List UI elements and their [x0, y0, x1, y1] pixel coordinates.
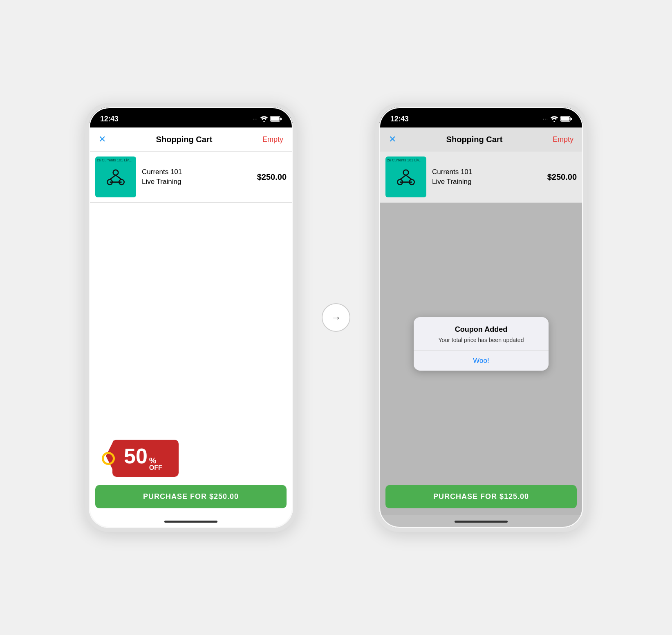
status-icons-1: ··· [253, 116, 282, 122]
svg-rect-2 [280, 118, 282, 120]
dots-icon-1: ··· [253, 116, 258, 122]
battery-icon-1 [270, 116, 282, 122]
cart-item-2: ze Currents 101 Live Traini Currents 101… [379, 151, 583, 203]
cart-item-info-1: Currents 101 Live Training [142, 167, 251, 187]
scene: 12:43 ··· ✕ Shopping Cart Empty ze Curre… [0, 0, 672, 635]
coupon-tag-1: 50 % OFF [105, 440, 179, 477]
phone-1: 12:43 ··· ✕ Shopping Cart Empty ze Curre… [85, 103, 297, 532]
status-time-1: 12:43 [100, 115, 119, 123]
side-button-mute [85, 172, 85, 197]
svg-rect-1 [271, 117, 280, 121]
status-bar-2: 12:43 ··· [379, 107, 583, 127]
purchase-button-2[interactable]: PURCHASE FOR $125.00 [385, 485, 577, 508]
status-time-2: 12:43 [390, 115, 409, 123]
side-button-vol-down-2 [375, 238, 376, 275]
side-button-mute-2 [375, 172, 376, 197]
side-button-power [296, 205, 297, 254]
alert-message: Your total price has been updated [423, 336, 539, 344]
tag-ring [102, 452, 115, 465]
status-bar-1: 12:43 ··· [89, 107, 293, 127]
app-content-2: ✕ Shopping Cart Empty ze Currents 101 Li… [379, 127, 583, 528]
cart-item-image-1: ze Currents 101 Live Traini [95, 157, 136, 197]
coupon-percent-sign: % [149, 456, 162, 465]
coupon-off: OFF [149, 465, 162, 471]
arrow-icon: → [331, 311, 341, 324]
alert-title: Coupon Added [423, 325, 539, 334]
empty-button-2[interactable]: Empty [553, 135, 573, 144]
side-button-vol-up-2 [375, 205, 376, 230]
coupon-percent: 50 [124, 445, 148, 467]
arrow-container: → [322, 303, 350, 332]
cart-item-image-label-2: ze Currents 101 Live Traini [387, 158, 425, 162]
app-content-1: ✕ Shopping Cart Empty ze Currents 101 Li… [89, 127, 293, 528]
status-icons-2: ··· [543, 116, 572, 122]
cart-item-name-1: Currents 101 Live Training [142, 167, 251, 187]
home-bar-1 [164, 521, 217, 523]
nav-bar-1: ✕ Shopping Cart Empty [89, 127, 293, 151]
nav-title-2: Shopping Cart [446, 135, 503, 144]
alert-button[interactable]: Woo! [414, 351, 549, 371]
phone-2: 12:43 ··· ✕ Shopping Cart Empty ze Curre… [375, 103, 587, 532]
notch-2 [448, 107, 514, 121]
product-icon-2 [395, 166, 417, 188]
wifi-icon-2 [551, 116, 558, 122]
cart-item-1: ze Currents 101 Live Traini Currents 101 [89, 151, 293, 203]
home-indicator-1 [89, 515, 293, 528]
nav-title-1: Shopping Cart [156, 135, 213, 144]
side-button-power-2 [587, 205, 587, 254]
svg-rect-11 [571, 118, 572, 120]
close-button-1[interactable]: ✕ [99, 134, 106, 145]
close-button-2[interactable]: ✕ [389, 134, 396, 145]
home-bar-2 [455, 521, 508, 523]
side-button-vol-down [85, 238, 85, 275]
cart-item-price-2: $250.00 [547, 172, 577, 182]
battery-icon-2 [560, 116, 572, 122]
purchase-button-1[interactable]: PURCHASE FOR $250.00 [95, 485, 287, 508]
side-button-vol-up [85, 205, 85, 230]
empty-button-1[interactable]: Empty [262, 135, 283, 144]
svg-point-3 [113, 170, 119, 175]
cart-item-image-label-1: ze Currents 101 Live Traini [97, 158, 134, 162]
content-area-1: 50 % OFF [89, 203, 293, 485]
svg-rect-10 [561, 117, 570, 121]
nav-bar-2: ✕ Shopping Cart Empty [379, 127, 583, 151]
svg-line-7 [116, 175, 121, 180]
alert-overlay: Coupon Added Your total price has been u… [379, 203, 583, 485]
notch-1 [158, 107, 224, 121]
home-indicator-2 [379, 515, 583, 528]
dots-icon-2: ··· [543, 116, 548, 122]
cart-item-price-1: $250.00 [257, 172, 287, 182]
alert-dialog: Coupon Added Your total price has been u… [414, 317, 549, 371]
content-area-2: Coupon Added Your total price has been u… [379, 203, 583, 485]
coupon-tag-visual: 50 % OFF [105, 440, 179, 477]
svg-line-16 [406, 175, 412, 180]
cart-item-info-2: Currents 101 Live Training [432, 167, 542, 187]
alert-content: Coupon Added Your total price has been u… [414, 317, 549, 351]
wifi-icon-1 [260, 116, 268, 122]
svg-point-12 [403, 170, 409, 175]
product-icon-1 [105, 166, 127, 188]
svg-line-15 [400, 175, 406, 180]
cart-item-name-2: Currents 101 Live Training [432, 167, 542, 187]
svg-line-6 [110, 175, 116, 180]
cart-item-image-2: ze Currents 101 Live Traini [385, 157, 426, 197]
